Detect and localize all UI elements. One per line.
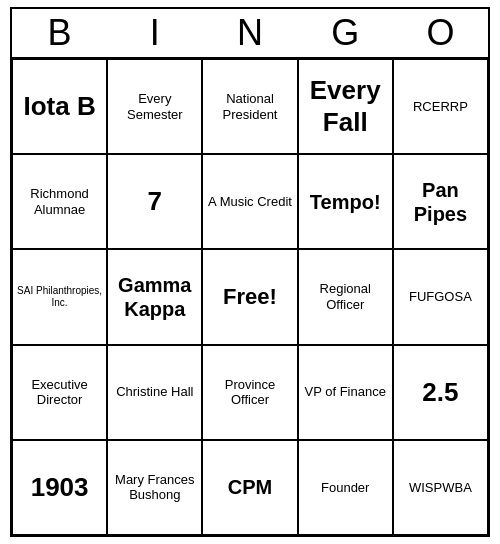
bingo-cell-1-0: Richmond Alumnae bbox=[12, 154, 107, 249]
bingo-header: BINGO bbox=[12, 9, 488, 59]
header-letter-B: B bbox=[12, 9, 107, 59]
bingo-cell-0-1: Every Semester bbox=[107, 59, 202, 154]
bingo-cell-1-2: A Music Credit bbox=[202, 154, 297, 249]
bingo-cell-2-3: Regional Officer bbox=[298, 249, 393, 344]
bingo-cell-4-0: 1903 bbox=[12, 440, 107, 535]
bingo-row-0: Iota BEvery SemesterNational PresidentEv… bbox=[12, 59, 488, 154]
header-letter-N: N bbox=[202, 9, 297, 59]
bingo-cell-2-4: FUFGOSA bbox=[393, 249, 488, 344]
bingo-row-2: SAI Philanthropies, Inc.Gamma KappaFree!… bbox=[12, 249, 488, 344]
bingo-cell-0-3: Every Fall bbox=[298, 59, 393, 154]
bingo-cell-4-3: Founder bbox=[298, 440, 393, 535]
bingo-body: Iota BEvery SemesterNational PresidentEv… bbox=[12, 59, 488, 535]
bingo-cell-3-1: Christine Hall bbox=[107, 345, 202, 440]
bingo-cell-2-2: Free! bbox=[202, 249, 297, 344]
bingo-cell-4-2: CPM bbox=[202, 440, 297, 535]
bingo-cell-2-1: Gamma Kappa bbox=[107, 249, 202, 344]
bingo-cell-3-0: Executive Director bbox=[12, 345, 107, 440]
bingo-card: BINGO Iota BEvery SemesterNational Presi… bbox=[10, 7, 490, 537]
bingo-row-1: Richmond Alumnae7A Music CreditTempo!Pan… bbox=[12, 154, 488, 249]
bingo-row-3: Executive DirectorChristine HallProvince… bbox=[12, 345, 488, 440]
bingo-cell-4-4: WISPWBA bbox=[393, 440, 488, 535]
bingo-cell-1-3: Tempo! bbox=[298, 154, 393, 249]
bingo-cell-3-4: 2.5 bbox=[393, 345, 488, 440]
header-letter-I: I bbox=[107, 9, 202, 59]
bingo-cell-0-4: RCERRP bbox=[393, 59, 488, 154]
bingo-cell-3-3: VP of Finance bbox=[298, 345, 393, 440]
bingo-cell-4-1: Mary Frances Bushong bbox=[107, 440, 202, 535]
bingo-cell-2-0: SAI Philanthropies, Inc. bbox=[12, 249, 107, 344]
bingo-cell-1-4: Pan Pipes bbox=[393, 154, 488, 249]
bingo-row-4: 1903Mary Frances BushongCPMFounderWISPWB… bbox=[12, 440, 488, 535]
bingo-cell-0-2: National President bbox=[202, 59, 297, 154]
header-letter-G: G bbox=[298, 9, 393, 59]
bingo-cell-0-0: Iota B bbox=[12, 59, 107, 154]
bingo-cell-1-1: 7 bbox=[107, 154, 202, 249]
bingo-cell-3-2: Province Officer bbox=[202, 345, 297, 440]
header-letter-O: O bbox=[393, 9, 488, 59]
